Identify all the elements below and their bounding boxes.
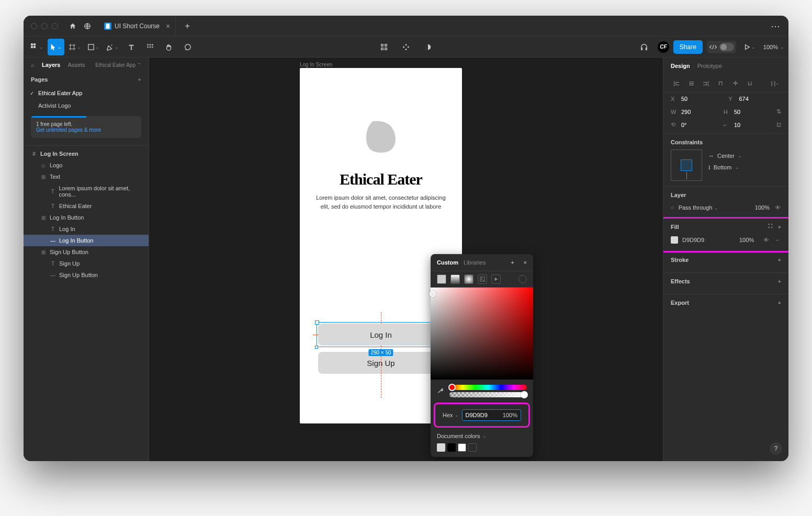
headphones-icon[interactable] xyxy=(636,39,652,55)
align-right-icon[interactable]: ⊐| xyxy=(700,77,712,89)
close-icon[interactable]: × xyxy=(524,259,527,266)
layer-item[interactable]: TEthical Eater xyxy=(24,200,149,212)
devmode-toggle[interactable] xyxy=(707,41,736,53)
align-top-icon[interactable]: ⊓ xyxy=(715,77,726,89)
video-fill-icon[interactable] xyxy=(491,274,501,284)
present-icon[interactable]: ⌄ xyxy=(741,39,758,55)
y-input[interactable]: 674 xyxy=(739,96,749,102)
canvas[interactable]: Log In Screen Ethical Eater Lorem ipsum … xyxy=(149,58,663,461)
style-icon[interactable]: ∷ xyxy=(768,224,773,230)
eyedropper-icon[interactable] xyxy=(437,387,445,395)
component-icon[interactable] xyxy=(398,39,414,55)
rotation-input[interactable]: 0° xyxy=(681,122,687,128)
radius-input[interactable]: 10 xyxy=(734,122,740,128)
color-swatch[interactable] xyxy=(437,443,445,452)
edit-object-icon[interactable] xyxy=(376,39,392,55)
color-swatch[interactable] xyxy=(458,443,466,452)
upgrade-promo[interactable]: 1 free page left. Get unlimited pages & … xyxy=(31,116,141,138)
document-colors-dropdown[interactable]: Document colors⌄ xyxy=(437,433,527,439)
constraint-v-dropdown[interactable]: I Bottom ⌄ xyxy=(708,164,742,170)
hue-slider[interactable] xyxy=(449,385,527,390)
login-button[interactable]: Log In 290 × 50 xyxy=(318,324,444,346)
prototype-tab[interactable]: Prototype xyxy=(697,63,722,69)
color-swatch[interactable] xyxy=(447,443,456,452)
community-icon[interactable] xyxy=(80,19,95,33)
alpha-slider[interactable] xyxy=(449,392,527,397)
color-swatch[interactable] xyxy=(468,443,477,452)
add-stroke-icon[interactable]: + xyxy=(778,257,781,263)
fill-color-swatch[interactable] xyxy=(671,236,678,244)
layer-opacity-input[interactable]: 100% xyxy=(755,204,770,211)
constraint-h-dropdown[interactable]: ↔ Center ⌄ xyxy=(708,153,742,159)
color-field[interactable] xyxy=(431,288,533,380)
layer-item[interactable]: TLog In xyxy=(24,223,149,235)
text-tool[interactable] xyxy=(123,39,140,55)
page-breadcrumb[interactable]: Ethical Eater App ⌃ xyxy=(95,62,141,68)
layer-item-selected[interactable]: —Log In Button xyxy=(24,235,149,246)
blend-mode-icon[interactable] xyxy=(518,275,527,283)
linear-gradient-icon[interactable] xyxy=(450,274,460,284)
home-icon[interactable] xyxy=(65,19,80,33)
x-input[interactable]: 50 xyxy=(681,96,687,102)
distribute-icon[interactable]: |∙|⌄ xyxy=(770,77,781,89)
constraint-widget[interactable] xyxy=(671,150,702,181)
hex-input[interactable]: D9D9D9 100% xyxy=(462,409,521,421)
remove-fill-icon[interactable]: − xyxy=(774,237,781,243)
image-fill-icon[interactable] xyxy=(478,274,487,284)
layers-tab[interactable]: Layers xyxy=(42,62,60,68)
add-export-icon[interactable]: + xyxy=(778,300,781,306)
layer-item[interactable]: ◇Logo xyxy=(24,159,149,171)
add-fill-icon[interactable]: + xyxy=(778,224,781,230)
colorpicker-custom-tab[interactable]: Custom xyxy=(437,259,458,266)
fill-visibility-icon[interactable]: 👁 xyxy=(762,237,770,243)
mask-icon[interactable] xyxy=(420,39,436,55)
hex-format-dropdown[interactable]: Hex⌄ xyxy=(443,412,459,418)
colorpicker-libraries-tab[interactable]: Libraries xyxy=(464,259,486,266)
align-bottom-icon[interactable]: ⊔ xyxy=(744,77,755,89)
main-menu-icon[interactable]: ⌄ xyxy=(29,39,46,55)
h-input[interactable]: 50 xyxy=(734,109,740,115)
more-menu-icon[interactable]: ⋯ xyxy=(771,20,781,32)
blend-mode-dropdown[interactable]: Pass through ⌄ xyxy=(679,204,751,211)
individual-corners-icon[interactable]: ⊡ xyxy=(776,121,781,128)
blend-mode-icon[interactable]: ○ xyxy=(671,204,674,211)
add-page-icon[interactable]: + xyxy=(138,76,141,83)
add-style-icon[interactable]: + xyxy=(511,259,514,266)
help-icon[interactable]: ? xyxy=(770,442,782,455)
layer-item[interactable]: ⊞Text xyxy=(24,171,149,182)
layer-item[interactable]: ⊞Sign Up Button xyxy=(24,246,149,258)
layer-item[interactable]: —Sign Up Button xyxy=(24,269,149,281)
align-center-v-icon[interactable]: ✛ xyxy=(729,77,741,89)
search-icon[interactable]: ⌕ xyxy=(31,62,35,68)
align-center-h-icon[interactable]: ⊟ xyxy=(685,77,697,89)
comment-tool[interactable] xyxy=(179,39,196,55)
zoom-level[interactable]: 100%⌄ xyxy=(763,44,784,50)
design-tab[interactable]: Design xyxy=(671,63,690,69)
page-item[interactable]: Ethical Eater App xyxy=(24,87,149,99)
radial-gradient-icon[interactable] xyxy=(464,274,473,284)
frame-label[interactable]: Log In Screen xyxy=(300,62,332,67)
align-left-icon[interactable]: |⊏ xyxy=(671,77,682,89)
layer-item[interactable]: ⊞Log In Button xyxy=(24,212,149,223)
constrain-proportions-icon[interactable]: ⇅ xyxy=(776,108,781,115)
fill-hex-input[interactable]: D9D9D9 xyxy=(682,237,735,243)
solid-fill-icon[interactable] xyxy=(437,274,446,284)
shape-tool[interactable]: ⌄ xyxy=(85,39,102,55)
share-button[interactable]: Share xyxy=(673,40,703,54)
resources-icon[interactable] xyxy=(142,39,159,55)
page-item[interactable]: Activist Logo xyxy=(24,99,149,112)
layer-frame[interactable]: #Log In Screen xyxy=(24,148,149,159)
layer-item[interactable]: TSign Up xyxy=(24,258,149,269)
assets-tab[interactable]: Assets xyxy=(67,62,85,68)
frame-tool[interactable]: ⌄ xyxy=(66,39,83,55)
fill-opacity-input[interactable]: 100% xyxy=(739,237,758,243)
avatar[interactable]: CF xyxy=(658,41,669,53)
visibility-icon[interactable]: 👁 xyxy=(774,204,781,211)
close-tab-icon[interactable]: × xyxy=(166,22,170,30)
file-tab[interactable]: UI Short Course × xyxy=(99,16,176,37)
hand-tool[interactable] xyxy=(161,39,177,55)
pen-tool[interactable]: ⌄ xyxy=(104,39,121,55)
color-cursor[interactable] xyxy=(430,291,436,297)
move-tool[interactable]: ⌄ xyxy=(48,39,64,55)
new-tab-icon[interactable]: + xyxy=(180,19,195,33)
